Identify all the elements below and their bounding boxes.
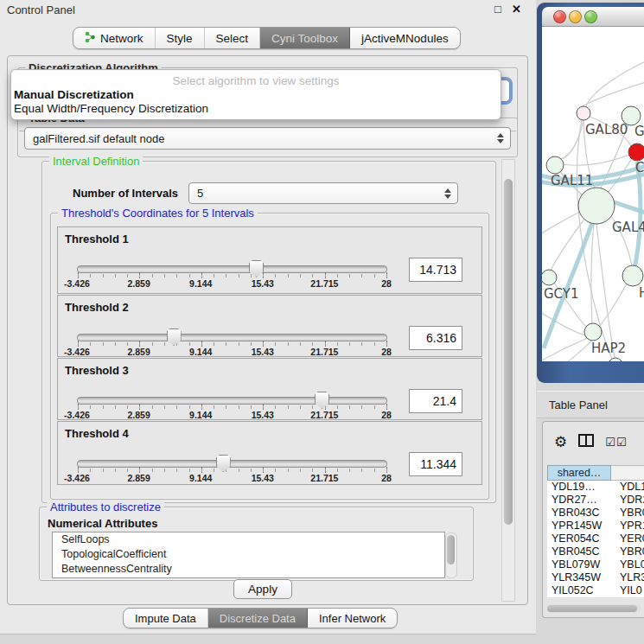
cell-shared-name: YPR145W [547,520,611,532]
cell-name: YPR1 [611,520,644,532]
cell-shared-name: YLR345W [547,571,611,584]
apply-button[interactable]: Apply [233,579,292,599]
table-row[interactable]: YPR145WYPR1 [547,520,644,532]
network-window-titlebar [542,7,644,27]
float-window-icon[interactable]: □ [494,3,501,16]
bottom-tab-infer-network[interactable]: Infer Network [308,609,397,628]
tick-label: -3.426 [64,473,90,483]
tick-label: 2.859 [127,410,150,420]
node-label: H [639,285,644,301]
cell-shared-name: YER054C [547,532,611,545]
attribute-item[interactable]: BetweennessCentrality [53,562,444,577]
slider-tick-labels: -3.4262.8599.14415.4321.71528 [77,347,386,357]
node-table[interactable]: shared… na YDL19…YDL1YDR27…YDR2YBR043CYB… [547,465,644,597]
group-title: Interval Definition [49,155,143,168]
numerical-attributes-list[interactable]: SelfLoopsTopologicalCoefficientBetweenne… [52,532,445,578]
minimize-traffic-light-icon[interactable] [569,10,582,23]
tick-label: 9.144 [189,278,212,289]
algorithm-option[interactable]: Manual Discretization [14,88,134,101]
tick-label: 21.715 [310,473,338,483]
gear-icon[interactable]: ⚙ [554,435,567,450]
tab-label: Style [167,32,193,45]
network-node-h[interactable] [622,265,643,286]
tab-network[interactable]: Network [73,28,156,48]
threshold-value-field[interactable]: 21.4 [409,389,462,413]
slider-minor-ticks [78,342,387,346]
combo-arrows-icon [494,133,507,143]
cell-shared-name: YDR27… [547,494,611,507]
table-toolbar: ⚙ ☑☑ [543,425,644,458]
tick-label: -3.426 [64,278,90,289]
tab-cyni-toolbox[interactable]: Cyni Toolbox [260,28,350,48]
table-horizontal-scrollbar[interactable] [546,604,641,613]
algorithm-placeholder: Select algorithm to view settings [11,74,501,87]
table-data-combobox[interactable]: galFiltered.sif default node [24,127,511,150]
number-of-intervals-combobox[interactable]: 5 [188,182,458,204]
cell-shared-name: YBR043C [547,507,611,520]
close-window-icon[interactable]: ✕ [512,3,521,16]
table-row[interactable]: YBR045CYBR0 [547,545,644,558]
checkbox-icons[interactable]: ☑☑ [605,436,627,449]
table-row[interactable]: YLR345WYLR3 [547,571,644,584]
tick-label: 2.859 [127,278,150,289]
table-row[interactable]: YDR27…YDR2 [547,494,644,507]
window-title: Control Panel [7,3,75,16]
attributes-scrollbar[interactable] [445,532,457,578]
close-traffic-light-icon[interactable] [553,10,566,23]
network-node-gcy1[interactable] [542,270,557,285]
network-node-gal11[interactable] [546,156,564,174]
tick-label: 15.43 [252,347,274,357]
network-node-c[interactable] [628,143,644,161]
tick-label: 21.715 [310,278,338,289]
cell-name: YBR0 [611,545,644,558]
slider-tick-labels: -3.4262.8599.14415.4321.71528 [77,473,386,483]
bottom-tab-discretize-data[interactable]: Discretize Data [208,609,308,628]
tab-label: Cyni Toolbox [271,32,338,45]
columns-icon[interactable] [578,434,594,450]
main-tabs: NetworkStyleSelectCyni ToolboxjActiveMNo… [73,27,461,49]
threshold-value-field[interactable]: 14.713 [409,258,462,282]
network-node-hap2[interactable] [584,323,602,341]
algorithm-option[interactable]: Equal Width/Frequency Discretization [14,102,208,115]
tab-style[interactable]: Style [156,28,205,48]
cell-name: YLR3 [611,571,644,584]
threshold-value-field[interactable]: 6.316 [409,326,462,350]
number-of-intervals-value: 5 [189,187,441,200]
spinner-arrows-icon [441,188,455,199]
node-label: HAP2 [591,341,626,356]
tick-label: 15.43 [252,278,274,289]
cell-shared-name: YIL052C [547,584,611,597]
column-header-shared-name[interactable]: shared… [547,465,611,481]
panel-scrollbar[interactable] [501,159,515,602]
table-row[interactable]: YBL079WYBL0 [547,558,644,571]
control-panel-titlebar: Control Panel □ ✕ [0,0,536,19]
bottom-tab-impute-data[interactable]: Impute Data [124,609,208,628]
table-row[interactable]: YBR043CYBR0 [547,507,644,520]
tick-label: -3.426 [64,410,90,420]
network-node[interactable] [609,358,622,361]
cell-shared-name: YBL079W [547,558,611,571]
table-row[interactable]: YDL19…YDL1 [547,481,644,494]
column-header-name[interactable]: na [611,465,644,481]
group-title: Attributes to discretize [47,501,164,513]
cell-name: YDL1 [611,481,644,494]
attribute-item[interactable]: SelfLoops [53,532,444,547]
table-row[interactable]: YIL052CYIL0 [547,584,644,597]
network-node-gal80[interactable] [577,106,590,120]
table-data-value: galFiltered.sif default node [25,132,494,145]
network-canvas[interactable]: GAL80GACGAL11GAL4GCY1HHAP2 [542,27,644,361]
zoom-traffic-light-icon[interactable] [584,10,597,23]
tick-label: 15.43 [252,473,274,483]
cell-name: YIL0 [611,584,644,597]
tab-jactivemnodules[interactable]: jActiveMNodules [350,28,460,48]
threshold-label: Threshold 1 [65,233,129,245]
network-node-ga[interactable] [622,106,641,125]
threshold-value-field[interactable]: 11.344 [409,452,462,476]
attribute-item[interactable]: TopologicalCoefficient [53,547,444,562]
tab-select[interactable]: Select [205,28,261,48]
slider-tick-labels: -3.4262.8599.14415.4321.71528 [77,278,386,289]
table-row[interactable]: YER054CYER0 [547,532,644,545]
network-node-gal4[interactable] [578,188,615,224]
tick-label: 15.43 [252,410,274,420]
tick-label: 28 [381,473,392,483]
